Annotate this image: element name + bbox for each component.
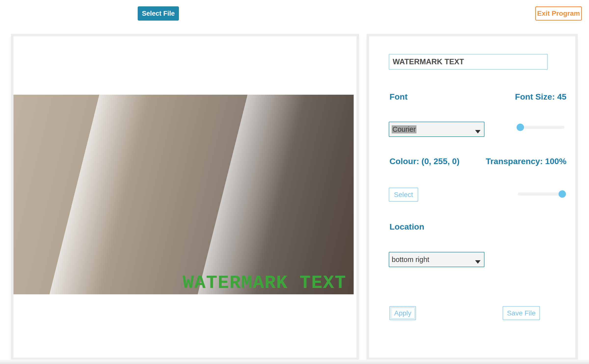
colour-label: Colour: (0, 255, 0) — [389, 156, 459, 166]
slider-track[interactable] — [518, 193, 564, 196]
location-select-value: bottom right — [392, 256, 429, 264]
font-label: Font — [389, 92, 408, 102]
preview-image: WATERMARK TEXT — [13, 95, 354, 294]
chevron-down-icon — [475, 130, 481, 133]
save-file-button[interactable]: Save File — [503, 306, 540, 320]
font-select[interactable]: Courier — [389, 122, 484, 137]
transparency-label: Transparency: 100% — [486, 156, 566, 166]
select-file-button[interactable]: Select File — [138, 6, 179, 21]
image-preview-panel: WATERMARK TEXT — [11, 34, 359, 360]
chevron-down-icon — [475, 260, 481, 264]
font-size-slider[interactable] — [518, 124, 564, 131]
colour-select-button[interactable]: Select — [389, 188, 418, 202]
transparency-slider[interactable] — [518, 190, 564, 198]
exit-program-button[interactable]: Exit Program — [535, 6, 582, 21]
slider-track[interactable] — [518, 126, 564, 129]
location-select[interactable]: bottom right — [389, 252, 484, 267]
slider-thumb[interactable] — [517, 124, 524, 131]
font-size-label: Font Size: 45 — [515, 92, 566, 102]
apply-button[interactable]: Apply — [389, 306, 416, 320]
controls-panel: Font Font Size: 45 Courier Colour: (0, 2… — [367, 34, 578, 360]
watermark-overlay-text: WATERMARK TEXT — [183, 274, 346, 292]
font-select-value: Courier — [392, 125, 416, 133]
watermark-text-input[interactable] — [389, 54, 548, 70]
bottom-shadow-strip — [0, 360, 589, 364]
slider-thumb[interactable] — [559, 190, 566, 198]
location-label: Location — [389, 222, 424, 232]
